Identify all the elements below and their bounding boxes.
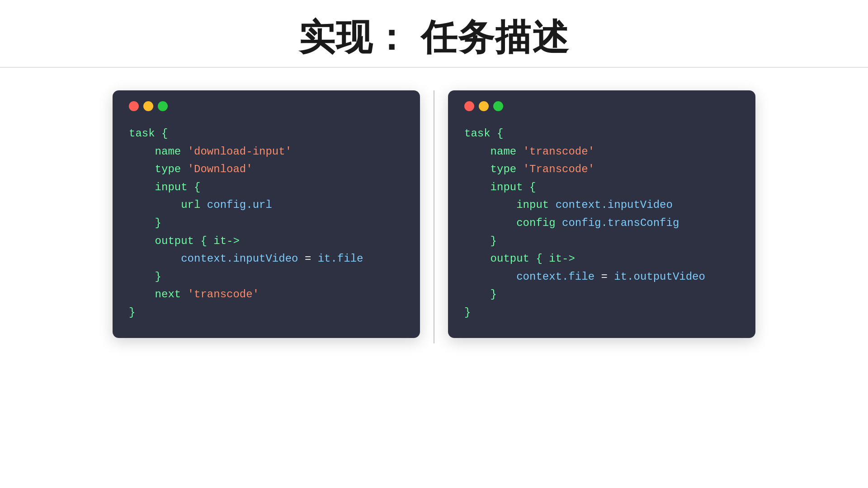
vertical-divider <box>434 90 434 343</box>
right-minimize-button[interactable] <box>479 101 489 111</box>
left-maximize-button[interactable] <box>158 101 168 111</box>
left-close-button[interactable] <box>129 101 139 111</box>
right-code-block: task { name 'transcode' type 'Transcode'… <box>464 125 739 322</box>
right-code-window: task { name 'transcode' type 'Transcode'… <box>448 90 755 338</box>
right-close-button[interactable] <box>464 101 474 111</box>
panels-container: task { name 'download-input' type 'Downl… <box>0 90 868 343</box>
right-window-controls <box>464 101 739 111</box>
left-window-controls <box>129 101 404 111</box>
right-maximize-button[interactable] <box>493 101 503 111</box>
left-minimize-button[interactable] <box>143 101 153 111</box>
left-code-block: task { name 'download-input' type 'Downl… <box>129 125 404 322</box>
header-divider <box>0 67 868 68</box>
left-code-window: task { name 'download-input' type 'Downl… <box>113 90 420 338</box>
page-title: 实现： 任务描述 <box>299 14 569 62</box>
